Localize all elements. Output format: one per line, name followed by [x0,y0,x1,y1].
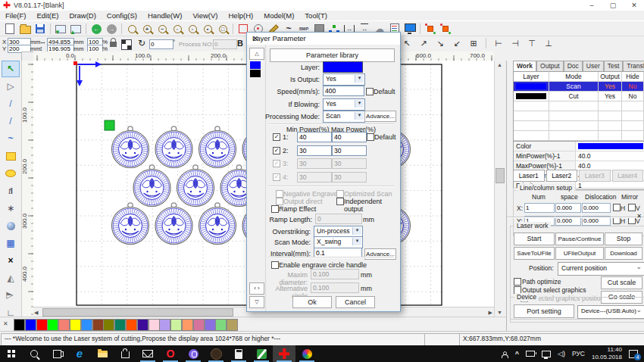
zoom-out-icon[interactable]: − [155,22,170,36]
panel-close-icon[interactable]: ✕ [636,213,642,220]
taskbar-opera-icon[interactable]: O [159,345,182,362]
x-num-input[interactable] [524,203,555,213]
palette-color-19[interactable] [227,319,238,331]
palette-color-2[interactable] [36,319,48,331]
volume-icon[interactable]: ◁) [558,350,565,357]
scroll-right-icon[interactable]: ▶ [489,310,492,316]
taskbar-calculator-icon[interactable] [227,345,250,362]
power-row-2-checkbox[interactable]: ✓ [273,147,280,154]
processing-advance-button[interactable]: Advance... [364,111,396,122]
vertical-scrollbar[interactable]: ▲ ▼ [494,61,505,317]
hscroll-thumb[interactable] [42,308,233,317]
tool-mirror-vertical[interactable]: ◭ [2,287,20,304]
laser2-button[interactable]: Laser2 [546,170,578,182]
language-indicator[interactable]: РУС [572,350,585,357]
if-blowing-select[interactable]: Yes [323,98,365,111]
palette-color-1[interactable] [25,319,36,331]
tab-transform[interactable]: Transform [623,61,644,71]
tab-work[interactable]: Work [513,61,536,71]
is-output-select[interactable]: Yes [323,73,365,86]
jog-top-left-icon[interactable]: ↖ [400,37,414,49]
lock-ratio-icon[interactable] [110,42,117,47]
anchor-grid-icon[interactable] [121,39,132,50]
undo-icon[interactable]: ← [89,22,104,36]
jog-left-edge-icon[interactable]: ⊢ [492,37,505,49]
tool-grid-fill[interactable]: ▦ [2,235,20,251]
taskbar-nest-icon[interactable] [250,345,273,362]
medallion[interactable] [112,126,149,168]
position-select[interactable]: Current position [558,262,644,276]
table-row[interactable]: CutYesNo [514,92,644,101]
taskbar-camera-icon[interactable] [205,345,227,362]
open-icon[interactable] [17,22,33,36]
taskbar-search-icon[interactable] [23,345,45,362]
taskbar-rdworks-icon[interactable] [273,345,295,362]
layer-color-button[interactable] [323,61,363,73]
menu-handle[interactable]: Handle(W) [142,11,187,20]
pause-continue-button[interactable]: Pause/Continue [555,232,604,245]
parameter-library-button[interactable]: Parameter library [270,48,395,62]
vscroll-thumb[interactable] [496,168,505,183]
power-row-1-checkbox[interactable]: ✓ [273,133,280,141]
laser-position-1-icon[interactable] [423,22,438,36]
tab-doc[interactable]: Doc [564,61,583,71]
jog-bottom-edge-icon[interactable]: ⊥ [542,37,555,49]
medallion[interactable] [199,126,236,168]
tool-delete[interactable]: × [2,252,20,269]
zoom-all-icon[interactable]: ▫ [185,22,200,36]
palette-color-0[interactable] [14,319,25,331]
palette-color-13[interactable] [159,319,170,331]
people-icon[interactable] [502,354,508,358]
taskbar-task-view-icon[interactable] [45,345,68,362]
redo-icon[interactable]: → [104,22,119,36]
jog-top-right-icon[interactable]: ↗ [417,37,430,49]
max-power-2-input[interactable] [332,145,367,156]
medallion[interactable] [133,165,170,207]
layer-swatch-blue[interactable] [250,61,261,69]
export-icon[interactable]: ▲ [68,22,83,36]
taskbar-start-icon[interactable] [0,345,23,362]
network-icon[interactable] [542,351,551,357]
menu-draw[interactable]: Draw(D) [64,11,102,20]
rotate-angle-input[interactable] [149,39,174,49]
palette-color-12[interactable] [148,319,160,331]
jog-center-icon[interactable]: ⊞ [467,37,480,49]
scroll-left-icon[interactable]: ◀ [34,310,38,316]
preview-monitor-icon[interactable] [402,22,417,36]
palette-color-15[interactable] [182,319,193,331]
tool-curve[interactable]: ~ [2,130,20,147]
layer-table[interactable]: LayerModeOutputHideScanYesNoCutYesNo [513,71,644,141]
cancel-button[interactable]: Cancel [336,296,375,308]
close-button[interactable]: ✕ [624,0,644,11]
taskbar-paint-icon[interactable] [295,345,318,362]
palette-color-5[interactable] [70,319,81,331]
save-to-ufile-button[interactable]: SaveToUFile [514,247,555,260]
tab-user[interactable]: User [583,61,604,71]
menu-model[interactable]: Model(M) [258,11,299,20]
ok-button[interactable]: Ok [292,296,332,308]
zoom-select-icon[interactable] [124,22,139,36]
engrave-circle-checkbox[interactable] [271,261,279,269]
palette-color-4[interactable] [58,319,70,331]
menu-file[interactable]: File(F) [0,11,31,20]
scan-mode-select[interactable]: X_swing [314,236,363,248]
menu-config[interactable]: Config(S) [102,11,142,20]
minimize-button[interactable]: – [582,0,602,11]
jog-bottom-right-icon[interactable]: ↘ [433,37,447,49]
palette-color-7[interactable] [92,319,104,331]
jog-bottom-left-icon[interactable]: ↙ [450,37,464,49]
stop-button[interactable]: Stop [605,232,642,245]
tool-select[interactable]: ↖ [2,61,20,77]
table-row[interactable]: ScanYesNo [514,82,644,92]
b-bar-icon[interactable]: Β [237,39,243,48]
palette-close-icon[interactable]: ✕ [3,320,8,327]
maximize-button[interactable]: ▢ [603,0,623,11]
rotate-icon[interactable]: ↻ [138,38,145,48]
min-power-1-input[interactable] [297,132,332,142]
dialog-title-bar[interactable]: Layer Parameter ✕ [247,33,400,45]
speed-default-checkbox[interactable] [366,88,374,95]
taskbar-store-icon[interactable] [114,345,136,362]
power-default-checkbox[interactable] [367,133,374,141]
path-optimize-checkbox[interactable] [514,278,521,286]
tool-line[interactable]: / [2,95,20,112]
